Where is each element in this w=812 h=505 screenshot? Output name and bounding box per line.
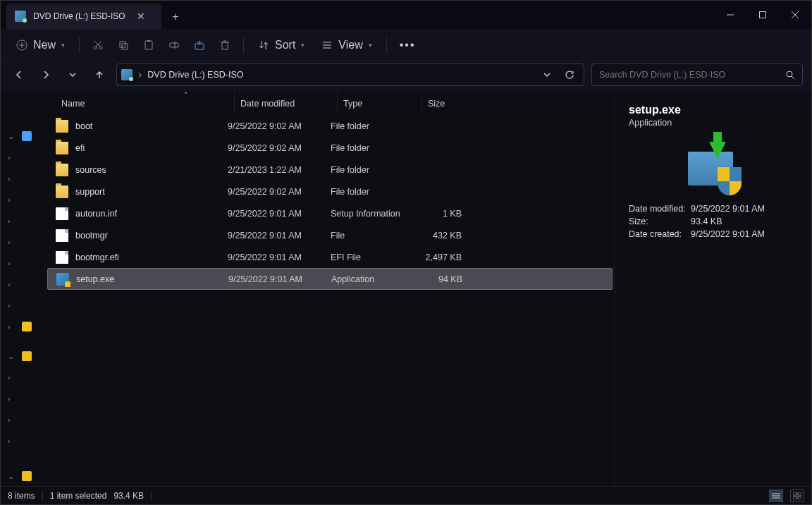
chevron-down-icon: ▾ <box>61 42 65 49</box>
nav-item[interactable]: › <box>1 431 45 451</box>
nav-item[interactable]: › <box>1 190 45 209</box>
nav-item[interactable]: › <box>1 147 45 167</box>
details-modified-label: Date modified: <box>629 204 691 214</box>
file-row[interactable]: support9/25/2022 9:02 AMFile folder <box>46 181 614 202</box>
new-tab-button[interactable]: + <box>161 5 190 29</box>
chevron-down-icon: ▾ <box>369 42 372 49</box>
cut-button[interactable] <box>87 35 109 55</box>
cut-icon <box>92 39 104 51</box>
search-input[interactable] <box>599 70 785 80</box>
chevron-right-icon: › <box>8 238 18 246</box>
search-icon <box>785 70 795 80</box>
svg-rect-15 <box>170 43 178 47</box>
sort-ascending-icon: ˄ <box>184 91 187 99</box>
file-list[interactable]: ˄ Name Date modified Type Size boot9/25/… <box>46 92 614 486</box>
search-box[interactable] <box>591 63 803 86</box>
sort-button[interactable]: Sort ▾ <box>251 35 312 56</box>
share-icon <box>194 39 205 51</box>
file-row[interactable]: boot9/25/2022 9:02 AMFile folder <box>46 115 614 137</box>
nav-item[interactable]: › <box>1 296 45 315</box>
status-bar: 8 items 1 item selected 93.4 KB <box>1 486 811 504</box>
chevron-right-icon: › <box>8 153 18 162</box>
nav-item[interactable]: › <box>1 169 45 188</box>
nav-item[interactable]: ⌄ <box>1 346 45 366</box>
file-row[interactable]: efi9/25/2022 9:02 AMFile folder <box>46 137 614 159</box>
share-button[interactable] <box>188 35 211 55</box>
nav-icon <box>22 351 32 361</box>
nav-icon <box>22 131 32 141</box>
new-button[interactable]: New ▾ <box>9 35 72 56</box>
breadcrumb[interactable]: DVD Drive (L:) ESD-ISO <box>147 70 243 80</box>
column-header-type[interactable]: Type <box>338 92 422 115</box>
tab-title: DVD Drive (L:) ESD-ISO <box>33 11 125 21</box>
thumbnails-view-button[interactable] <box>790 489 804 502</box>
file-type: File folder <box>331 187 415 197</box>
file-row[interactable]: autorun.inf9/25/2022 9:01 AMSetup Inform… <box>46 202 614 224</box>
maximize-button[interactable] <box>746 1 779 29</box>
chevron-down-icon: ▾ <box>301 42 304 49</box>
folder-icon <box>56 164 68 176</box>
file-size: 2,497 KB <box>415 253 462 262</box>
close-window-button[interactable] <box>779 1 811 29</box>
chevron-down-icon: ⌄ <box>8 472 18 481</box>
svg-rect-30 <box>798 492 801 495</box>
details-view-button[interactable] <box>769 489 783 502</box>
file-name: bootmgr.efi <box>75 253 119 262</box>
title-bar: DVD Drive (L:) ESD-ISO ✕ + <box>1 1 811 29</box>
svg-point-24 <box>787 71 792 77</box>
file-type: EFI File <box>331 253 415 262</box>
copy-button[interactable] <box>112 35 135 55</box>
file-name: boot <box>75 121 92 131</box>
address-bar[interactable]: › DVD Drive (L:) ESD-ISO <box>116 63 584 86</box>
forward-button[interactable] <box>36 65 56 85</box>
file-date: 2/21/2023 1:22 AM <box>228 165 331 175</box>
rename-button[interactable] <box>163 35 185 55</box>
column-header-name[interactable]: Name <box>56 92 235 115</box>
column-header-date[interactable]: Date modified <box>235 92 338 115</box>
nav-item[interactable]: › <box>1 410 45 430</box>
column-header-size[interactable]: Size <box>422 92 474 115</box>
svg-rect-13 <box>145 41 152 49</box>
file-name: support <box>75 187 105 197</box>
file-type: File folder <box>331 121 415 131</box>
nav-item[interactable]: ⌄ <box>1 126 45 146</box>
nav-item[interactable]: › <box>1 317 45 336</box>
command-bar: New ▾ Sort ▾ View ▾ ••• <box>1 29 811 61</box>
nav-item[interactable]: › <box>1 389 45 408</box>
status-selection-size: 93.4 KB <box>113 491 144 501</box>
window-tab[interactable]: DVD Drive (L:) ESD-ISO ✕ <box>6 4 161 29</box>
paste-button[interactable] <box>137 35 160 55</box>
nav-item[interactable]: ⌄ <box>1 466 45 486</box>
close-tab-icon[interactable]: ✕ <box>133 9 149 23</box>
minimize-button[interactable] <box>714 1 746 29</box>
nav-item[interactable]: › <box>1 367 45 387</box>
setup-large-icon <box>685 145 742 190</box>
nav-item[interactable]: › <box>1 253 45 273</box>
file-row[interactable]: sources2/21/2023 1:22 AMFile folder <box>46 159 614 181</box>
details-created-label: Date created: <box>629 229 691 239</box>
more-button[interactable]: ••• <box>394 35 422 56</box>
svg-rect-18 <box>222 42 228 49</box>
svg-rect-29 <box>793 492 796 495</box>
view-button[interactable]: View ▾ <box>314 35 379 56</box>
nav-item[interactable]: › <box>1 211 45 231</box>
file-date: 9/25/2022 9:01 AM <box>228 274 331 284</box>
recent-button[interactable] <box>63 65 82 85</box>
file-row[interactable]: setup.exe9/25/2022 9:01 AMApplication94 … <box>47 268 613 290</box>
address-history-button[interactable] <box>537 65 557 85</box>
navigation-pane[interactable]: ⌄ › › › › › › › › › ⌄ › › › › ⌄ <box>1 92 46 486</box>
file-date: 9/25/2022 9:01 AM <box>228 253 331 262</box>
file-row[interactable]: bootmgr9/25/2022 9:01 AMFile432 KB <box>46 224 614 246</box>
nav-item[interactable]: › <box>1 274 45 294</box>
chevron-right-icon: › <box>8 322 18 331</box>
back-button[interactable] <box>9 65 29 85</box>
ellipsis-icon: ••• <box>400 39 416 51</box>
delete-button[interactable] <box>214 35 236 55</box>
file-name: efi <box>75 143 85 153</box>
refresh-button[interactable] <box>560 65 579 85</box>
up-button[interactable] <box>90 65 109 85</box>
details-modified-value: 9/25/2022 9:01 AM <box>691 204 797 214</box>
address-row: › DVD Drive (L:) ESD-ISO <box>1 61 811 92</box>
nav-item[interactable]: › <box>1 232 45 252</box>
file-row[interactable]: bootmgr.efi9/25/2022 9:01 AMEFI File2,49… <box>46 246 614 268</box>
